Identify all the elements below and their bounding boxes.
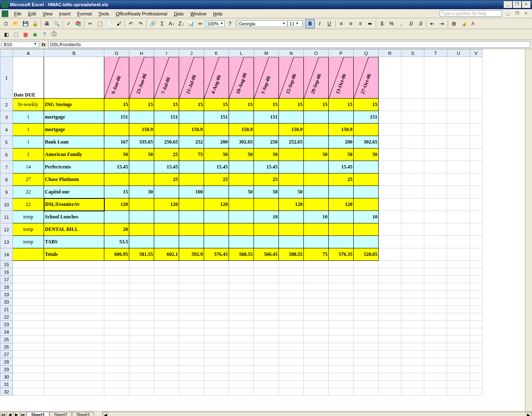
- cell-B1[interactable]: [44, 57, 104, 99]
- cell-R12[interactable]: [379, 223, 401, 236]
- cell-V11[interactable]: [470, 211, 483, 223]
- cell-Q19[interactable]: [354, 291, 379, 298]
- cell-S18[interactable]: [401, 283, 424, 291]
- cell-P14[interactable]: 576.35: [329, 248, 354, 261]
- cell-B31[interactable]: [44, 381, 104, 388]
- cell-U16[interactable]: [447, 268, 470, 276]
- cell-I9[interactable]: [154, 186, 179, 198]
- save-button[interactable]: 💾: [21, 19, 30, 28]
- cell-H31[interactable]: [129, 381, 154, 388]
- sheet-tab-sheet3[interactable]: Sheet3: [72, 412, 94, 416]
- cell-H8[interactable]: [129, 173, 154, 186]
- cell-O25[interactable]: [304, 336, 329, 343]
- cell-G22[interactable]: [104, 313, 129, 321]
- cell-U17[interactable]: [447, 276, 470, 283]
- cell-J31[interactable]: [179, 381, 204, 388]
- menu-tools[interactable]: Tools: [95, 10, 113, 17]
- cell-O18[interactable]: [304, 283, 329, 291]
- cell-L14[interactable]: 568.55: [229, 248, 254, 261]
- cell-B22[interactable]: [44, 313, 104, 321]
- cell-B23[interactable]: [44, 321, 104, 328]
- row-header-12[interactable]: 12: [0, 223, 13, 236]
- cell-H29[interactable]: [129, 366, 154, 373]
- cell-U6[interactable]: [447, 149, 470, 161]
- cell-O2[interactable]: 15: [304, 99, 329, 111]
- cell-V5[interactable]: [470, 136, 483, 149]
- cell-U24[interactable]: [447, 328, 470, 336]
- cell-V25[interactable]: [470, 336, 483, 343]
- cell-M18[interactable]: [254, 283, 279, 291]
- cell-O12[interactable]: [304, 223, 329, 236]
- col-header-Q[interactable]: Q: [354, 50, 379, 57]
- cell-G2[interactable]: 15: [104, 99, 129, 111]
- col-header-R[interactable]: R: [379, 50, 401, 57]
- cell-K10[interactable]: 120: [204, 198, 229, 211]
- cell-O21[interactable]: [304, 306, 329, 313]
- cell-B9[interactable]: Capitol one: [44, 186, 104, 198]
- menu-help[interactable]: Help: [210, 10, 226, 17]
- cell-L6[interactable]: 50: [229, 149, 254, 161]
- cell-S30[interactable]: [401, 373, 424, 381]
- merge-button[interactable]: ⬌: [365, 19, 374, 28]
- increase-decimal-button[interactable]: .0: [406, 19, 415, 28]
- cell-J14[interactable]: 592.9: [179, 248, 204, 261]
- row-header-23[interactable]: 23: [0, 321, 13, 328]
- cell-T8[interactable]: [424, 173, 447, 186]
- new-button[interactable]: 🗋: [2, 19, 11, 28]
- cell-L22[interactable]: [229, 313, 254, 321]
- cell-J4[interactable]: 150.9: [179, 124, 204, 136]
- cell-L20[interactable]: [229, 298, 254, 306]
- cell-V10[interactable]: [470, 198, 483, 211]
- cell-M11[interactable]: 10: [254, 211, 279, 223]
- cell-G29[interactable]: [104, 366, 129, 373]
- cell-K14[interactable]: 576.45: [204, 248, 229, 261]
- cell-L29[interactable]: [229, 366, 254, 373]
- cell-V2[interactable]: [470, 99, 483, 111]
- cell-M25[interactable]: [254, 336, 279, 343]
- cell-M22[interactable]: [254, 313, 279, 321]
- cell-M19[interactable]: [254, 291, 279, 298]
- cell-H25[interactable]: [129, 336, 154, 343]
- cell-S25[interactable]: [401, 336, 424, 343]
- col-header-K[interactable]: K: [204, 50, 229, 57]
- align-left-button[interactable]: ≡: [337, 19, 346, 28]
- cell-O20[interactable]: [304, 298, 329, 306]
- date-header-5[interactable]: 18-Aug-06: [229, 57, 254, 99]
- cell-Q3[interactable]: 151: [354, 111, 379, 124]
- cell-L10[interactable]: [229, 198, 254, 211]
- cell-R9[interactable]: [379, 186, 401, 198]
- cell-V13[interactable]: [470, 236, 483, 248]
- cell-O23[interactable]: [304, 321, 329, 328]
- cell-P5[interactable]: 200: [329, 136, 354, 149]
- row-header-9[interactable]: 9: [0, 186, 13, 198]
- cell-N2[interactable]: 15: [279, 99, 304, 111]
- cell-J24[interactable]: [179, 328, 204, 336]
- cell-A20[interactable]: [13, 298, 44, 306]
- col-header-I[interactable]: I: [154, 50, 179, 57]
- cell-B3[interactable]: mortgage: [44, 111, 104, 124]
- cell-A6[interactable]: 1: [13, 149, 44, 161]
- cell-R29[interactable]: [379, 366, 401, 373]
- cell-N30[interactable]: [279, 373, 304, 381]
- cell-T29[interactable]: [424, 366, 447, 373]
- cell-S11[interactable]: [401, 211, 424, 223]
- cell-Q18[interactable]: [354, 283, 379, 291]
- cell-U26[interactable]: [447, 343, 470, 351]
- col-header-B[interactable]: B: [44, 50, 104, 57]
- cell-U10[interactable]: [447, 198, 470, 211]
- cell-M5[interactable]: 250: [254, 136, 279, 149]
- doc-close-button[interactable]: ×: [522, 10, 530, 17]
- cell-V19[interactable]: [470, 291, 483, 298]
- row-header-28[interactable]: 28: [0, 358, 13, 366]
- cell-J6[interactable]: 75: [179, 149, 204, 161]
- cell-J3[interactable]: [179, 111, 204, 124]
- row-header-4[interactable]: 4: [0, 124, 13, 136]
- cell-J26[interactable]: [179, 343, 204, 351]
- cell-H15[interactable]: [129, 261, 154, 268]
- cell-G23[interactable]: [104, 321, 129, 328]
- date-header-3[interactable]: 21-Jul-06: [179, 57, 204, 99]
- cell-I13[interactable]: [154, 236, 179, 248]
- cell-I26[interactable]: [154, 343, 179, 351]
- cell-J21[interactable]: [179, 306, 204, 313]
- cell-M29[interactable]: [254, 366, 279, 373]
